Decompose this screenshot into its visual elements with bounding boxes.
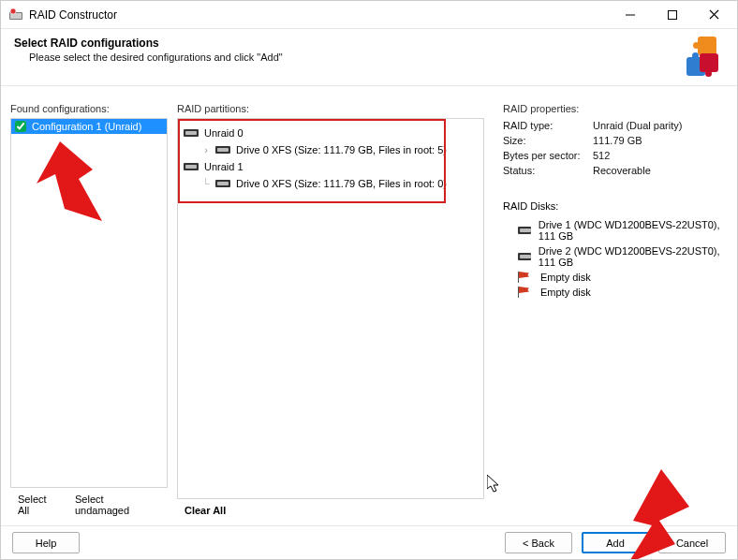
empty-disk-icon (518, 287, 531, 297)
wizard-footer: Help < Back Add Cancel (1, 525, 737, 559)
tree-node[interactable]: └ Drive 0 XFS (Size: 111.79 GB, Files in… (184, 175, 478, 192)
tree-node[interactable]: › Drive 0 XFS (Size: 111.79 GB, Files in… (184, 141, 478, 158)
maximize-button[interactable] (651, 2, 693, 28)
partition-actions: Clear All (177, 499, 484, 522)
disk-icon (184, 163, 199, 170)
prop-row: Bytes per sector: 512 (503, 150, 728, 161)
disk-text: Drive 1 (WDC WD1200BEVS-22UST0), 111 GB (539, 219, 728, 242)
empty-disk-icon (518, 273, 531, 282)
clear-all-button[interactable]: Clear All (184, 505, 226, 516)
disks-list: Drive 1 (WDC WD1200BEVS-22UST0), 111 GB … (503, 217, 728, 300)
config-row[interactable]: Configuration 1 (Unraid) (11, 119, 167, 134)
found-configs-list[interactable]: Configuration 1 (Unraid) (10, 118, 168, 488)
properties-column: RAID properties: RAID type: Unraid (Dual… (494, 103, 728, 522)
page-title: Select RAID configurations (14, 37, 679, 50)
config-checkbox[interactable] (15, 121, 26, 132)
disk-text: Empty disk (540, 272, 591, 283)
disk-icon (184, 129, 199, 137)
disk-text: Drive 2 (WDC WD1200BEVS-22UST0), 111 GB (539, 245, 728, 268)
app-icon (8, 7, 23, 22)
prop-val: Recoverable (593, 165, 728, 176)
wizard-header: Select RAID configurations Please select… (1, 29, 737, 86)
disk-line: Empty disk (503, 285, 728, 300)
tree-label: Drive 0 XFS (Size: 111.79 GB, Files in r… (236, 175, 447, 192)
back-button[interactable]: < Back (505, 532, 572, 553)
tree-node[interactable]: Unraid 0 (184, 125, 478, 141)
svg-rect-4 (668, 10, 676, 19)
expand-icon[interactable]: › (200, 141, 212, 158)
close-button[interactable] (693, 2, 735, 28)
disk-icon (215, 146, 230, 154)
prop-key: RAID type: (503, 120, 593, 131)
partitions-column: RAID partitions: Unraid 0 › Drive 0 XFS … (177, 103, 484, 522)
window-title: RAID Constructor (29, 8, 117, 22)
main-content: Found configurations: Configuration 1 (U… (1, 86, 737, 525)
prop-row: RAID type: Unraid (Dual parity) (503, 120, 728, 131)
puzzle-icon (679, 37, 718, 76)
titlebar: RAID Constructor (1, 1, 737, 29)
svg-point-2 (10, 8, 16, 14)
page-subtitle: Please select the desired configurations… (29, 52, 679, 63)
add-button[interactable]: Add (582, 532, 649, 553)
select-undamaged-button[interactable]: Select undamaged (75, 494, 145, 516)
tree-label: Unraid 0 (204, 125, 244, 141)
found-configs-label: Found configurations: (10, 103, 168, 114)
tree-label: Unraid 1 (204, 158, 244, 175)
prop-key: Bytes per sector: (503, 150, 593, 161)
minimize-button[interactable] (609, 2, 651, 28)
prop-val: Unraid (Dual parity) (593, 120, 728, 131)
disk-line: Drive 1 (WDC WD1200BEVS-22UST0), 111 GB (503, 217, 728, 243)
disk-icon (215, 180, 230, 187)
branch-line-icon: └ (200, 175, 212, 192)
disk-icon (518, 253, 531, 260)
prop-key: Size: (503, 135, 593, 146)
tree-label: Drive 0 XFS (Size: 111.79 GB, Files in r… (236, 141, 447, 158)
disks-title: RAID Disks: (503, 200, 728, 212)
found-configs-column: Found configurations: Configuration 1 (U… (10, 103, 168, 522)
disk-line: Drive 2 (WDC WD1200BEVS-22UST0), 111 GB (503, 243, 728, 270)
partitions-label: RAID partitions: (177, 103, 484, 114)
help-button[interactable]: Help (12, 532, 80, 553)
cancel-button[interactable]: Cancel (658, 532, 726, 553)
disk-icon (518, 227, 531, 234)
tree-node[interactable]: Unraid 1 (184, 158, 478, 175)
partitions-tree[interactable]: Unraid 0 › Drive 0 XFS (Size: 111.79 GB,… (177, 118, 484, 499)
prop-row: Size: 111.79 GB (503, 135, 728, 146)
select-all-button[interactable]: Select All (18, 494, 52, 516)
prop-val: 111.79 GB (593, 135, 728, 146)
found-actions: Select All Select undamaged (10, 488, 168, 522)
properties-table: RAID type: Unraid (Dual parity) Size: 11… (503, 120, 728, 180)
prop-key: Status: (503, 165, 593, 176)
disk-text: Empty disk (540, 287, 591, 298)
window: RAID Constructor Select RAID configurati… (0, 0, 738, 560)
disk-line: Empty disk (503, 270, 728, 285)
config-label: Configuration 1 (Unraid) (32, 121, 141, 132)
prop-val: 512 (593, 150, 728, 161)
properties-label: RAID properties: (503, 103, 728, 114)
prop-row: Status: Recoverable (503, 165, 728, 176)
